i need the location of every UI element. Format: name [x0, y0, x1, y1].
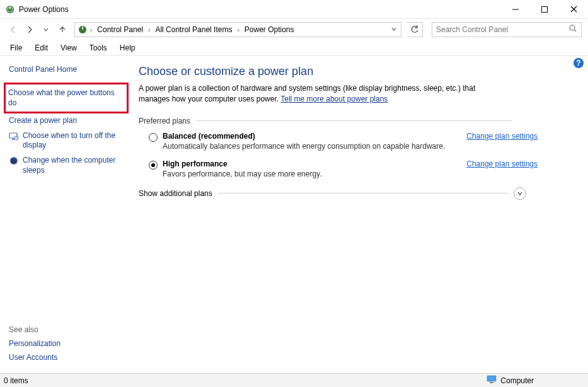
sleep-icon [9, 156, 19, 166]
up-button[interactable] [55, 23, 69, 37]
divider [217, 193, 509, 193]
page-description: A power plan is a collection of hardware… [139, 83, 504, 105]
divider [197, 120, 512, 121]
svg-rect-3 [542, 6, 548, 12]
menu-edit[interactable]: Edit [30, 42, 53, 54]
see-also-user-accounts[interactable]: User Accounts [9, 353, 61, 362]
sidebar-item-power-buttons[interactable]: Choose what the power buttons do [4, 83, 129, 113]
help-icon[interactable]: ? [573, 57, 584, 69]
status-left: 0 items [4, 376, 28, 385]
close-button[interactable] [559, 0, 588, 19]
svg-rect-15 [487, 376, 496, 381]
plan-name: Balanced (recommended) [163, 132, 453, 141]
address-bar[interactable]: › Control Panel › All Control Panel Item… [74, 22, 401, 37]
preferred-plans-label: Preferred plans [139, 117, 575, 125]
sidebar-item-label: Choose what the power buttons do [8, 88, 124, 108]
search-box[interactable] [432, 22, 582, 37]
sidebar-home-link[interactable]: Control Panel Home [9, 65, 124, 74]
sidebar-item-display-off[interactable]: Choose when to turn off the display [9, 129, 124, 153]
plan-name: High performance [163, 159, 453, 168]
svg-point-7 [570, 25, 575, 30]
preferred-plans-text: Preferred plans [139, 117, 190, 125]
menu-view[interactable]: View [55, 42, 82, 54]
tell-me-more-link[interactable]: Tell me more about power plans [280, 95, 388, 103]
app-icon [5, 4, 15, 14]
menu-bar: File Edit View Tools Help [0, 40, 588, 55]
chevron-down-icon[interactable] [514, 187, 526, 200]
back-button[interactable] [6, 23, 20, 37]
see-also-personalization[interactable]: Personalization [9, 339, 61, 348]
plan-high-performance[interactable]: High performance Favors performance, but… [149, 159, 575, 178]
breadcrumb-icon [75, 23, 89, 37]
title-bar: Power Options [0, 0, 588, 19]
refresh-button[interactable] [406, 22, 423, 37]
svg-text:?: ? [576, 59, 580, 67]
main-content: ? Choose or customize a power plan A pow… [132, 56, 588, 373]
see-also-header: See also [9, 325, 61, 334]
see-also: See also Personalization User Accounts [9, 325, 61, 367]
plan-balanced[interactable]: Balanced (recommended) Automatically bal… [149, 132, 575, 151]
status-right: Computer [487, 375, 584, 386]
chevron-right-icon[interactable]: › [236, 26, 240, 33]
radio-high-performance[interactable] [149, 161, 158, 170]
search-input[interactable] [436, 25, 568, 34]
status-bar: 0 items Computer [0, 373, 588, 387]
menu-help[interactable]: Help [115, 42, 141, 54]
minimize-button[interactable] [501, 0, 530, 19]
sidebar: Control Panel Home Choose what the power… [0, 56, 132, 373]
breadcrumb-seg-2[interactable]: All Control Panel Items [151, 23, 236, 37]
svg-line-8 [574, 30, 576, 32]
change-plan-settings-link[interactable]: Change plan settings [466, 132, 575, 141]
sidebar-item-label: Create a power plan [9, 116, 77, 126]
window-title: Power Options [19, 5, 501, 14]
svg-rect-10 [12, 139, 14, 140]
chevron-down-icon[interactable] [391, 25, 397, 34]
maximize-button[interactable] [530, 0, 559, 19]
plan-desc: Favors performance, but may use more ene… [163, 170, 453, 178]
breadcrumb-seg-3[interactable]: Power Options [241, 23, 298, 37]
sidebar-item-sleep[interactable]: Change when the computer sleeps [9, 153, 124, 178]
menu-file[interactable]: File [5, 42, 27, 54]
chevron-right-icon[interactable]: › [89, 26, 93, 33]
plan-desc: Automatically balances performance with … [163, 142, 453, 151]
sidebar-item-label: Choose when to turn off the display [23, 131, 124, 151]
show-additional-label: Show additional plans [139, 189, 212, 198]
sidebar-item-create-plan[interactable]: Create a power plan [9, 113, 124, 129]
page-heading: Choose or customize a power plan [139, 65, 575, 78]
chevron-right-icon[interactable]: › [147, 26, 151, 33]
status-right-text: Computer [500, 376, 534, 385]
menu-tools[interactable]: Tools [84, 42, 112, 54]
svg-rect-16 [490, 382, 493, 383]
forward-button[interactable] [23, 23, 37, 37]
breadcrumb-seg-1[interactable]: Control Panel [93, 23, 147, 37]
change-plan-settings-link[interactable]: Change plan settings [466, 159, 575, 168]
search-icon[interactable] [568, 24, 577, 35]
display-icon [9, 131, 19, 141]
sidebar-item-label: Change when the computer sleeps [23, 156, 124, 175]
recent-locations-button[interactable] [39, 23, 53, 37]
nav-row: › Control Panel › All Control Panel Item… [0, 19, 588, 40]
radio-balanced[interactable] [149, 133, 158, 142]
computer-icon [487, 375, 497, 386]
show-additional-plans[interactable]: Show additional plans [139, 187, 575, 200]
